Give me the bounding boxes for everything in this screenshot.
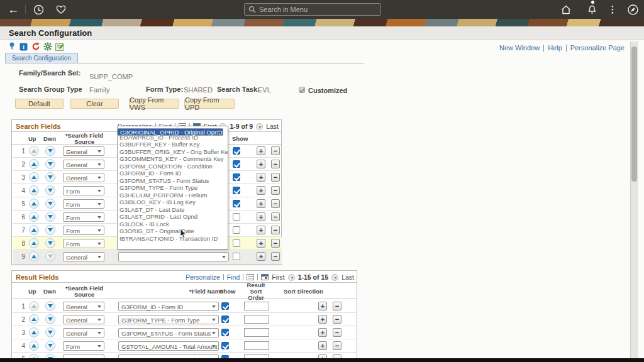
move-down-button[interactable]: [45, 341, 55, 351]
move-up-button[interactable]: [29, 301, 39, 311]
delete-row-button[interactable]: [271, 212, 280, 221]
refresh-icon[interactable]: [31, 42, 40, 51]
field-name-select[interactable]: G3FORM_ID - Form ID: [118, 302, 219, 311]
field-name-select[interactable]: G3FORM_STATUS - Form Status: [118, 328, 219, 337]
source-select[interactable]: General: [63, 146, 104, 156]
add-row-button[interactable]: [318, 341, 327, 350]
delete-row-button[interactable]: [271, 226, 280, 234]
source-select[interactable]: Form: [63, 239, 104, 248]
sort-order-input[interactable]: [244, 341, 269, 350]
personalize-page-link[interactable]: Personalize Page: [570, 44, 625, 52]
view-all-icon[interactable]: [247, 274, 254, 280]
move-up-button[interactable]: [29, 172, 39, 182]
actions-kebab-icon[interactable]: ⋮: [606, 0, 619, 19]
source-select[interactable]: General: [63, 315, 104, 324]
show-checkbox[interactable]: [233, 226, 240, 234]
delete-row-button[interactable]: [271, 160, 280, 168]
field-name-select[interactable]: GSTOTAL_AMOUN1 - Total Amount: [118, 341, 219, 351]
move-down-button[interactable]: [45, 185, 55, 195]
delete-row-button[interactable]: [271, 199, 280, 208]
show-checkbox[interactable]: [233, 200, 240, 207]
show-checkbox[interactable]: [233, 147, 240, 155]
source-select[interactable]: General: [63, 160, 104, 169]
move-down-button[interactable]: [45, 225, 55, 235]
move-up-button[interactable]: [29, 238, 39, 248]
move-down-button[interactable]: [45, 212, 55, 222]
sort-order-input[interactable]: [244, 328, 269, 337]
back-icon[interactable]: ←: [5, 0, 21, 19]
help-link[interactable]: Help: [548, 44, 562, 52]
move-up-button[interactable]: [29, 251, 39, 261]
dropdown-option[interactable]: G3ORIGINAL_OPRID - Original OprID: [118, 128, 223, 136]
move-up-button[interactable]: [29, 225, 39, 235]
add-row-button[interactable]: [257, 239, 265, 248]
personalize-link[interactable]: Personalize: [186, 273, 220, 281]
move-down-button[interactable]: [45, 238, 55, 248]
download-grid-icon[interactable]: [261, 274, 269, 280]
search-input[interactable]: Search in Menu: [244, 3, 381, 16]
dropdown-option[interactable]: G3COMMENTS_KEY - Comments Key: [118, 155, 228, 163]
default-button[interactable]: Default: [15, 99, 64, 109]
show-checkbox[interactable]: [221, 302, 229, 310]
show-checkbox[interactable]: [221, 315, 229, 323]
source-select[interactable]: General: [63, 173, 104, 182]
add-row-button[interactable]: [257, 160, 265, 168]
delete-row-button[interactable]: [333, 315, 341, 324]
dropdown-option[interactable]: G3LOCK - IB Lock: [118, 221, 228, 228]
delete-row-button[interactable]: [333, 302, 341, 310]
source-select[interactable]: General: [63, 252, 104, 261]
info-icon[interactable]: i: [19, 42, 28, 51]
sort-order-input[interactable]: [244, 315, 269, 324]
delete-row-button[interactable]: [271, 252, 280, 261]
last-label[interactable]: Last: [341, 273, 354, 281]
dropdown-option[interactable]: IBTRANSACTIONID - Transaction ID: [118, 235, 228, 243]
delete-row-button[interactable]: [333, 341, 341, 350]
home-icon[interactable]: [558, 0, 574, 19]
move-down-button[interactable]: [45, 301, 55, 311]
show-checkbox[interactable]: [233, 173, 240, 181]
spell-check-icon[interactable]: [8, 42, 17, 51]
dropdown-option[interactable]: G3BUFFER_KEY - Buffer Key: [118, 141, 228, 148]
show-checkbox[interactable]: [233, 160, 240, 168]
notes-icon[interactable]: [55, 42, 64, 51]
source-select[interactable]: Form: [63, 226, 104, 235]
navbar-compass-icon[interactable]: [624, 0, 641, 19]
find-link[interactable]: Find: [227, 273, 240, 281]
add-row-button[interactable]: [257, 173, 265, 182]
dropdown-option[interactable]: G3LAST_OPRID - Last Opnd: [118, 213, 228, 221]
dropdown-option[interactable]: G3FORM_ID - Form ID: [118, 170, 228, 177]
source-select[interactable]: General: [63, 302, 104, 311]
show-checkbox[interactable]: [233, 253, 240, 260]
notifications-bell-icon[interactable]: [584, 0, 600, 19]
add-row-button[interactable]: [257, 212, 265, 221]
move-up-button[interactable]: [29, 185, 39, 195]
add-row-button[interactable]: [257, 186, 265, 195]
show-checkbox[interactable]: [221, 342, 229, 349]
clear-button[interactable]: Clear: [70, 99, 119, 109]
previous-page-icon[interactable]: [288, 274, 295, 281]
customized-checkbox[interactable]: [299, 87, 305, 93]
dropdown-option[interactable]: G3ORIG_DT - Original Date: [118, 228, 228, 235]
source-select[interactable]: Form: [63, 341, 104, 351]
vertical-scrollbar-thumb[interactable]: [631, 47, 637, 182]
show-checkbox[interactable]: [233, 187, 240, 194]
show-checkbox[interactable]: [233, 213, 240, 221]
field-name-select[interactable]: G3FORM_TYPE - Form Type: [118, 315, 219, 324]
source-select[interactable]: General: [63, 328, 104, 337]
dropdown-option[interactable]: G3FORM_CONDITION - Condition: [118, 163, 228, 170]
show-checkbox[interactable]: [221, 329, 229, 336]
add-row-button[interactable]: [318, 302, 327, 310]
move-down-button[interactable]: [45, 146, 55, 156]
move-down-button[interactable]: [45, 327, 55, 337]
delete-row-button[interactable]: [333, 328, 341, 337]
move-down-button[interactable]: [45, 199, 55, 209]
add-row-button[interactable]: [318, 315, 327, 324]
tab-search-configuration[interactable]: Search Configuration: [5, 53, 78, 63]
add-row-button[interactable]: [257, 252, 265, 261]
delete-row-button[interactable]: [271, 146, 280, 155]
gear-icon[interactable]: [43, 42, 52, 51]
new-window-link[interactable]: New Window: [499, 44, 540, 52]
next-page-icon[interactable]: [331, 274, 338, 281]
next-page-icon[interactable]: [256, 123, 263, 130]
move-up-button[interactable]: [29, 212, 39, 222]
